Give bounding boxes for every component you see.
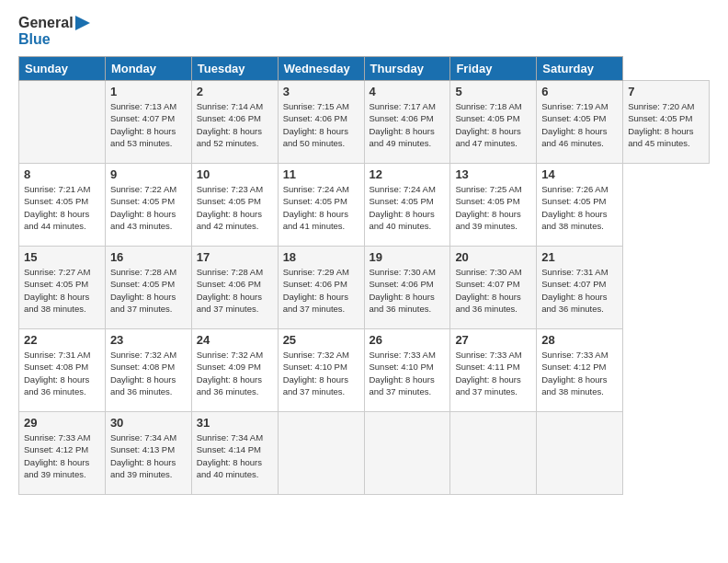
- logo-blue-text: Blue: [18, 31, 90, 48]
- calendar-cell-4-4: [364, 412, 450, 495]
- day-number: 21: [541, 250, 618, 264]
- calendar-cell-4-2: 31Sunrise: 7:34 AMSunset: 4:14 PMDayligh…: [191, 412, 278, 495]
- day-info: Sunrise: 7:15 AMSunset: 4:06 PMDaylight:…: [283, 100, 359, 149]
- week-row-2: 8Sunrise: 7:21 AMSunset: 4:05 PMDaylight…: [19, 164, 710, 247]
- info-line: Sunset: 4:05 PM: [541, 112, 618, 124]
- logo-triangle-icon: [75, 16, 90, 30]
- info-line: Sunset: 4:12 PM: [24, 443, 100, 455]
- info-line: Sunset: 4:10 PM: [370, 361, 446, 373]
- info-line: Daylight: 8 hours: [110, 373, 187, 385]
- info-line: Sunrise: 7:22 AM: [110, 183, 187, 195]
- info-line: Sunrise: 7:29 AM: [283, 266, 359, 278]
- day-number: 8: [24, 167, 100, 181]
- day-info: Sunrise: 7:31 AMSunset: 4:07 PMDaylight:…: [541, 266, 618, 315]
- info-line: and 52 minutes.: [197, 137, 273, 149]
- calendar-cell-0-4: 4Sunrise: 7:17 AMSunset: 4:06 PMDaylight…: [364, 81, 450, 164]
- info-line: Sunset: 4:09 PM: [197, 361, 273, 373]
- info-line: and 45 minutes.: [628, 137, 704, 149]
- info-line: Sunrise: 7:30 AM: [455, 266, 531, 278]
- day-info: Sunrise: 7:21 AMSunset: 4:05 PMDaylight:…: [24, 183, 100, 232]
- info-line: Sunrise: 7:21 AM: [24, 183, 100, 195]
- calendar-cell-1-0: 8Sunrise: 7:21 AMSunset: 4:05 PMDaylight…: [19, 164, 106, 247]
- calendar-cell-0-3: 3Sunrise: 7:15 AMSunset: 4:06 PMDaylight…: [278, 81, 364, 164]
- day-number: 23: [110, 333, 187, 347]
- calendar-cell-2-0: 15Sunrise: 7:27 AMSunset: 4:05 PMDayligh…: [19, 247, 106, 329]
- info-line: Daylight: 8 hours: [110, 291, 187, 303]
- day-number: 13: [455, 167, 531, 181]
- info-line: Sunrise: 7:33 AM: [24, 431, 100, 443]
- info-line: Sunset: 4:12 PM: [541, 361, 618, 373]
- info-line: Sunrise: 7:27 AM: [24, 266, 100, 278]
- day-info: Sunrise: 7:26 AMSunset: 4:05 PMDaylight:…: [541, 183, 618, 232]
- calendar-cell-3-0: 22Sunrise: 7:31 AMSunset: 4:08 PMDayligh…: [19, 329, 106, 412]
- day-number: 27: [455, 333, 531, 347]
- info-line: and 37 minutes.: [455, 385, 531, 397]
- info-line: Sunrise: 7:32 AM: [197, 349, 273, 361]
- day-number: 10: [197, 167, 273, 181]
- info-line: Daylight: 8 hours: [197, 208, 273, 220]
- day-number: 2: [197, 85, 273, 98]
- logo: General Blue: [18, 15, 90, 47]
- calendar-cell-4-3: [278, 412, 364, 495]
- calendar-cell-2-5: 20Sunrise: 7:30 AMSunset: 4:07 PMDayligh…: [450, 247, 537, 329]
- info-line: Sunrise: 7:34 AM: [197, 431, 273, 443]
- day-info: Sunrise: 7:28 AMSunset: 4:06 PMDaylight:…: [197, 266, 273, 315]
- info-line: Sunrise: 7:25 AM: [455, 183, 531, 195]
- day-number: 30: [110, 416, 187, 430]
- info-line: Daylight: 8 hours: [197, 456, 273, 468]
- calendar-cell-4-5: [450, 412, 537, 495]
- day-number: 19: [370, 250, 446, 264]
- info-line: Sunrise: 7:31 AM: [24, 349, 100, 361]
- info-line: Sunset: 4:05 PM: [455, 112, 531, 124]
- day-number: 24: [197, 333, 273, 347]
- day-info: Sunrise: 7:24 AMSunset: 4:05 PMDaylight:…: [283, 183, 359, 232]
- info-line: Sunset: 4:06 PM: [283, 278, 359, 290]
- calendar-cell-3-5: 27Sunrise: 7:33 AMSunset: 4:11 PMDayligh…: [450, 329, 537, 412]
- info-line: Sunset: 4:06 PM: [197, 278, 273, 290]
- info-line: Sunset: 4:05 PM: [541, 195, 618, 207]
- info-line: Daylight: 8 hours: [628, 125, 704, 137]
- info-line: and 40 minutes.: [370, 220, 446, 232]
- info-line: Daylight: 8 hours: [541, 125, 618, 137]
- info-line: and 39 minutes.: [24, 468, 100, 480]
- day-info: Sunrise: 7:14 AMSunset: 4:06 PMDaylight:…: [197, 100, 273, 149]
- day-info: Sunrise: 7:13 AMSunset: 4:07 PMDaylight:…: [110, 100, 187, 149]
- info-line: and 37 minutes.: [283, 385, 359, 397]
- header-sunday: Sunday: [19, 57, 106, 81]
- info-line: Sunrise: 7:17 AM: [370, 100, 446, 112]
- info-line: Daylight: 8 hours: [197, 291, 273, 303]
- info-line: Daylight: 8 hours: [370, 373, 446, 385]
- info-line: Sunrise: 7:19 AM: [541, 100, 618, 112]
- info-line: Sunset: 4:05 PM: [283, 195, 359, 207]
- info-line: Daylight: 8 hours: [370, 208, 446, 220]
- info-line: Sunset: 4:05 PM: [24, 195, 100, 207]
- day-number: 29: [24, 416, 100, 430]
- header-saturday: Saturday: [537, 57, 623, 81]
- info-line: Daylight: 8 hours: [455, 208, 531, 220]
- day-info: Sunrise: 7:32 AMSunset: 4:09 PMDaylight:…: [197, 349, 273, 397]
- info-line: Sunset: 4:07 PM: [110, 112, 187, 124]
- info-line: Sunrise: 7:23 AM: [197, 183, 273, 195]
- info-line: Daylight: 8 hours: [283, 125, 359, 137]
- info-line: and 41 minutes.: [283, 220, 359, 232]
- info-line: Sunset: 4:14 PM: [197, 443, 273, 455]
- info-line: and 42 minutes.: [197, 220, 273, 232]
- info-line: Daylight: 8 hours: [197, 373, 273, 385]
- day-info: Sunrise: 7:20 AMSunset: 4:05 PMDaylight:…: [628, 100, 704, 149]
- day-info: Sunrise: 7:22 AMSunset: 4:05 PMDaylight:…: [110, 183, 187, 232]
- week-row-4: 22Sunrise: 7:31 AMSunset: 4:08 PMDayligh…: [19, 329, 710, 412]
- info-line: and 36 minutes.: [24, 385, 100, 397]
- info-line: Daylight: 8 hours: [283, 208, 359, 220]
- info-line: Sunrise: 7:15 AM: [283, 100, 359, 112]
- header-tuesday: Tuesday: [191, 57, 278, 81]
- info-line: Sunset: 4:13 PM: [110, 443, 187, 455]
- info-line: Sunrise: 7:14 AM: [197, 100, 273, 112]
- day-info: Sunrise: 7:32 AMSunset: 4:10 PMDaylight:…: [283, 349, 359, 397]
- calendar-body: 1Sunrise: 7:13 AMSunset: 4:07 PMDaylight…: [19, 81, 710, 495]
- day-number: 1: [110, 85, 187, 98]
- calendar-cell-2-1: 16Sunrise: 7:28 AMSunset: 4:05 PMDayligh…: [105, 247, 191, 329]
- info-line: and 36 minutes.: [541, 303, 618, 315]
- info-line: and 36 minutes.: [110, 385, 187, 397]
- header-monday: Monday: [105, 57, 191, 81]
- day-number: 15: [24, 250, 100, 264]
